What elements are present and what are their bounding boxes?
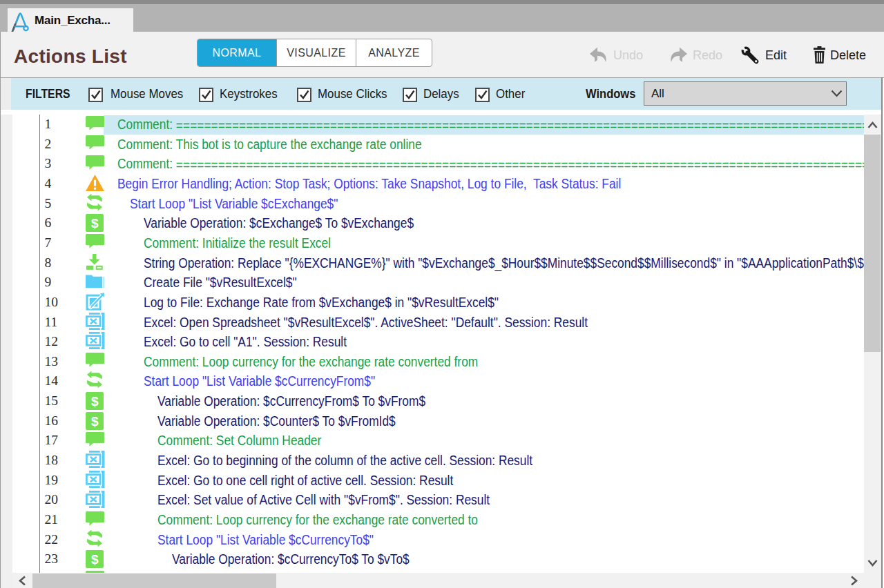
svg-text:$: $ [90,394,98,409]
svg-text:$: $ [90,552,98,567]
svg-text:$: $ [90,414,98,429]
svg-text:$: $ [90,216,98,231]
